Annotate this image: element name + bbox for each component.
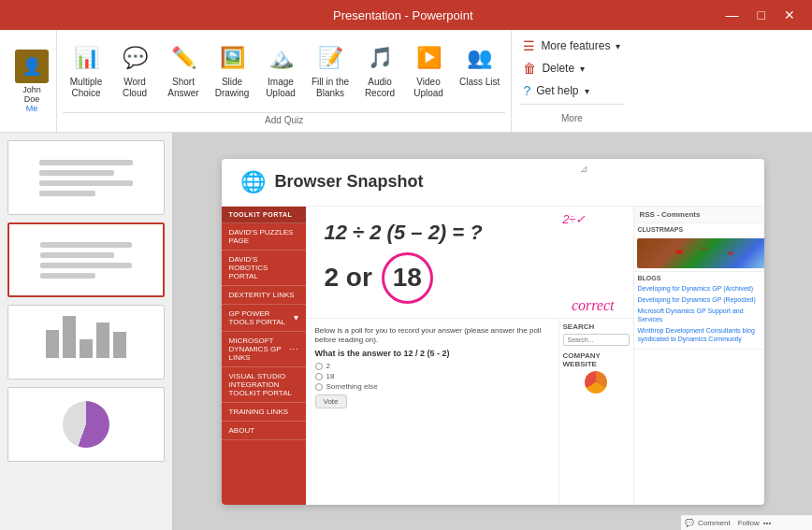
ribbon-short-answer[interactable]: ✏️ ShortAnswer xyxy=(160,37,207,103)
poll-radio-1[interactable] xyxy=(315,363,323,370)
minimize-button[interactable]: — xyxy=(720,6,745,24)
map-dot-3 xyxy=(728,251,733,255)
slide-thumb-4[interactable] xyxy=(7,387,165,462)
poll-option-3-label: Something else xyxy=(326,382,378,391)
ribbon-video-upload[interactable]: ▶️ VideoUpload xyxy=(405,37,452,103)
browser-right-panel: RSS - Comments CLUSTRMAPS BLOGS Developi… xyxy=(633,207,764,505)
slide-line xyxy=(39,180,133,186)
ribbon-fill-blanks[interactable]: 📝 Fill in theBlanks xyxy=(306,37,355,103)
search-input[interactable] xyxy=(563,334,630,346)
fill-blanks-label: Fill in theBlanks xyxy=(312,77,349,99)
rss-header: RSS - Comments xyxy=(634,207,764,223)
bar xyxy=(80,339,93,358)
search-sidebar: SEARCH COMPANY WEBSITE xyxy=(558,319,633,505)
poll-options: 2 18 Something else xyxy=(315,362,549,391)
sidebar-nav-visualstudio[interactable]: VISUAL STUDIO INTEGRATION TOOLKIT PORTAL xyxy=(222,367,306,403)
company-website-label: COMPANY WEBSITE xyxy=(563,351,630,368)
slide-thumb-3[interactable] xyxy=(7,305,165,380)
poll-option-3[interactable]: Something else xyxy=(315,382,549,391)
ribbon-image-upload[interactable]: 🏔️ ImageUpload xyxy=(257,37,304,103)
poll-question: What is the answer to 12 / 2 (5 - 2) xyxy=(315,349,549,358)
poll-and-search: Below is a poll for you to record your a… xyxy=(306,319,633,505)
slide-line xyxy=(40,252,114,258)
get-help-btn[interactable]: ? Get help ▾ xyxy=(519,81,624,100)
audio-record-label: AudioRecord xyxy=(365,77,395,99)
clustrmaps-label: CLUSTRMAPS xyxy=(634,223,764,236)
math-answer-18: 18 xyxy=(382,252,433,304)
sidebar-nav-about[interactable]: ABOUT xyxy=(222,422,306,440)
ribbon-class-list[interactable]: 👥 Class List xyxy=(454,37,505,92)
blog-item-1[interactable]: Developing for Dynamics GP (Archived) xyxy=(638,284,761,293)
slide-2-content xyxy=(33,235,140,286)
blogs-section: BLOGS Developing for Dynamics GP (Archiv… xyxy=(634,272,764,351)
add-quiz-section: 📊 MultipleChoice 💬 WordCloud ✏️ ShortAns… xyxy=(56,30,511,132)
poll-option-1[interactable]: 2 xyxy=(315,362,549,370)
ribbon-slide-drawing[interactable]: 🖼️ SlideDrawing xyxy=(209,37,255,103)
company-logo xyxy=(585,371,607,394)
browser-main: 2÷✓ 12 ÷ 2 (5 – 2) = ? 2 or 18 correct B… xyxy=(306,207,633,505)
more-label: More xyxy=(561,113,583,123)
poll-section: Below is a poll for you to record your a… xyxy=(306,319,558,505)
math-correct-label: correct xyxy=(572,297,615,314)
word-cloud-icon: 💬 xyxy=(118,41,152,75)
sidebar-nav-gppower[interactable]: GP POWER TOOLS PORTAL ▾ xyxy=(222,305,306,332)
slide-3-content xyxy=(38,319,134,365)
main-area: 🌐 Browser Snapshot ⊿ TOOLKIT PORTAL DAVI… xyxy=(0,133,812,530)
globe-icon: 🌐 xyxy=(240,170,266,194)
more-features-chevron: ▾ xyxy=(616,41,620,51)
blogs-label: BLOGS xyxy=(638,275,761,281)
blog-item-4[interactable]: Winthrop Development Consultants blog sy… xyxy=(638,326,761,343)
short-answer-label: ShortAnswer xyxy=(167,77,198,99)
avatar: 👤 xyxy=(15,50,49,83)
slide-drawing-icon: 🖼️ xyxy=(215,41,249,75)
scroll-indicator: ⊿ xyxy=(580,164,587,174)
get-help-label: Get help xyxy=(536,84,578,97)
ribbon-audio-record[interactable]: 🎵 AudioRecord xyxy=(356,37,403,103)
poll-option-1-label: 2 xyxy=(326,362,330,370)
add-quiz-label: Add Quiz xyxy=(63,112,505,128)
slide-drawing-label: SlideDrawing xyxy=(215,77,250,99)
blog-item-2[interactable]: Developing for Dynamics GP (Reposted) xyxy=(638,295,761,304)
slide-4-content xyxy=(63,401,109,448)
sidebar-nav-puzzles[interactable]: DAVID'S PUZZLES PAGE xyxy=(222,223,306,251)
slide-thumb-2[interactable] xyxy=(7,222,165,297)
video-upload-label: VideoUpload xyxy=(413,77,443,99)
world-map xyxy=(637,238,764,268)
delete-btn[interactable]: 🗑 Delete ▾ xyxy=(519,59,624,78)
sidebar-nav-training[interactable]: TRAINING LINKS xyxy=(222,403,306,422)
fill-blanks-icon: 📝 xyxy=(313,41,347,75)
sidebar-nav-dynamics[interactable]: MICROSOFT DYNAMICS GP LINKS ⋯ xyxy=(222,332,306,367)
map-dot-2 xyxy=(702,247,706,251)
title-bar-controls: — □ ✕ xyxy=(720,6,801,24)
ribbon-multiple-choice[interactable]: 📊 MultipleChoice xyxy=(63,37,109,103)
ribbon-word-cloud[interactable]: 💬 WordCloud xyxy=(111,37,158,103)
bar xyxy=(63,316,76,358)
poll-option-2[interactable]: 18 xyxy=(315,372,549,380)
close-button[interactable]: ✕ xyxy=(778,6,801,24)
sidebar-nav-robotics[interactable]: DAVID'S ROBOTICS PORTAL xyxy=(222,251,306,286)
poll-radio-2[interactable] xyxy=(315,373,323,380)
vote-button[interactable]: Vote xyxy=(315,394,347,408)
more-features-btn[interactable]: ☰ More features ▾ xyxy=(519,36,624,55)
poll-radio-3[interactable] xyxy=(315,383,323,391)
blog-item-3[interactable]: Microsoft Dynamics GP Support and Servic… xyxy=(638,307,761,323)
slide-1-content xyxy=(32,152,140,204)
image-upload-icon: 🏔️ xyxy=(264,41,297,75)
slide-thumb-1[interactable] xyxy=(7,140,165,215)
bar xyxy=(113,332,126,358)
class-list-icon: 👥 xyxy=(463,41,497,75)
maximize-button[interactable]: □ xyxy=(752,6,771,24)
delete-chevron: ▾ xyxy=(580,64,585,74)
clustrmaps-section: CLUSTRMAPS xyxy=(634,223,764,272)
ribbon-user: 👤 John Doe Me xyxy=(7,30,56,132)
sidebar-nav-dexterity[interactable]: DEXTERITY LINKS xyxy=(222,286,306,305)
image-upload-label: ImageUpload xyxy=(266,77,296,99)
user-name-label: John Doe xyxy=(22,85,41,104)
class-list-label: Class List xyxy=(459,77,500,88)
slide-line xyxy=(39,170,114,176)
slide-line xyxy=(39,191,95,196)
slide-line xyxy=(39,160,133,165)
me-link[interactable]: Me xyxy=(26,104,38,113)
slide-panel xyxy=(0,133,173,530)
math-section: 2÷✓ 12 ÷ 2 (5 – 2) = ? 2 or 18 correct xyxy=(306,207,633,319)
